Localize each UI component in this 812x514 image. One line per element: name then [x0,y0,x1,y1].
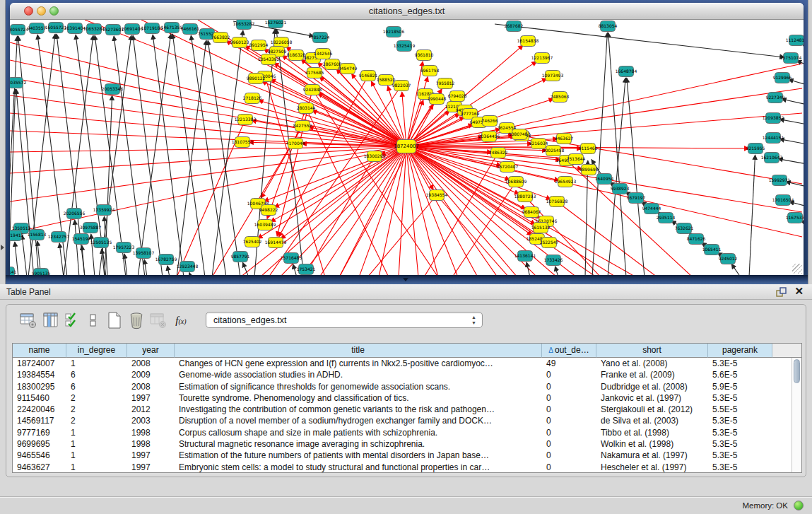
graph-node[interactable]: 10653287 [233,20,255,30]
table-cell[interactable]: Nakamura et al. (1997) [596,450,708,461]
graph-edge[interactable] [731,264,741,275]
graph-node[interactable]: 8912954 [249,40,269,51]
row-height-button[interactable] [84,311,102,329]
graph-node[interactable]: 15992971 [769,175,791,186]
table-cell[interactable]: 1 [66,438,127,450]
graph-edge[interactable] [555,267,558,275]
table-cell[interactable]: 2012 [127,404,175,415]
table-cell[interactable]: 0 [542,404,596,415]
table-cell[interactable]: 2 [66,404,127,415]
delete-table-button[interactable] [127,311,146,329]
graph-node[interactable]: 13325419 [394,41,416,52]
graph-node[interactable]: 2935114 [657,213,676,223]
left-panel-divider[interactable] [0,0,6,284]
graph-edge[interactable] [300,146,406,275]
graph-edge[interactable] [59,243,64,275]
table-cell[interactable]: Investigating the contribution of common… [175,404,542,415]
table-cell[interactable]: 9699695 [13,438,66,450]
table-cell[interactable]: 9115460 [13,392,66,404]
graph-node[interactable]: 13958107 [133,248,155,259]
graph-edge[interactable] [133,35,163,275]
graph-node[interactable]: 12213967 [531,53,553,64]
graph-node[interactable]: 19218506 [383,27,405,37]
graph-node[interactable]: 16154838 [517,36,539,47]
network-canvas[interactable]: 1405572494035571605572120391404106532841… [10,20,804,275]
graph-node[interactable]: 9899695 [579,165,599,175]
table-cell[interactable]: 6 [66,381,127,392]
graph-edge[interactable] [258,146,406,238]
graph-node[interactable]: 17359924 [93,205,115,216]
graph-node[interactable]: 16648784 [616,66,637,77]
graph-edge[interactable] [172,34,205,275]
table-cell[interactable]: 0 [542,462,596,472]
column-header-short[interactable]: short [596,344,708,358]
graph-node[interactable]: 9857791 [231,252,250,262]
table-cell[interactable]: 1 [66,450,127,461]
table-selector-dropdown[interactable]: citations_edges.txt ▲▼ [206,312,483,328]
table-row[interactable]: 1938455462009Genome-wide association stu… [13,369,792,380]
graph-edge[interactable] [452,182,516,275]
table-cell[interactable]: Changes of HCN gene expression and I(f) … [175,358,542,369]
graph-node[interactable]: 15276021 [265,20,287,28]
table-cell[interactable]: 5.9E-5 [708,381,772,392]
graph-node[interactable]: 12505135 [90,238,112,248]
table-row[interactable]: 946554611997Estimation of the future num… [13,450,792,461]
graph-node[interactable]: 7632621 [675,223,694,234]
table-row[interactable]: 946362711997Embryonic stem cells: a mode… [13,462,792,472]
table-row[interactable]: 1456911722003Disruption of a novel membe… [13,415,792,426]
table-cell[interactable]: Franke et al. (2009) [596,369,708,380]
graph-edge[interactable] [437,195,509,275]
function-builder-button[interactable]: f(x) [172,311,190,329]
graph-node[interactable]: 12093852 [763,113,784,124]
graph-node[interactable]: 7625402 [243,237,262,247]
table-cell[interactable]: Structural magnetic resonance image aver… [175,438,542,450]
table-cell[interactable]: 2009 [127,369,175,380]
graph-node[interactable]: 20691406 [122,24,143,35]
create-table-button[interactable] [105,311,124,329]
table-cell[interactable]: Wolkin et al. (1998) [596,438,708,450]
table-cell[interactable]: 22420046 [13,404,66,415]
table-row[interactable]: 969969511998Structural magnetic resonanc… [13,438,792,450]
graph-node[interactable]: 18107551 [232,137,254,148]
graph-node[interactable]: 9227349 [766,93,785,103]
graph-node[interactable]: 1156813 [28,230,47,240]
table-row[interactable]: 1872400712008Changes of HCN gene express… [13,358,792,369]
graph-node[interactable]: 1342546 [314,49,333,59]
graph-node[interactable]: 9403557 [28,23,47,34]
graph-node[interactable]: 1753421 [297,264,316,275]
graph-edge[interactable] [557,201,657,275]
graph-edge[interactable] [22,235,27,275]
table-cell[interactable]: 0 [542,381,596,392]
graph-node[interactable]: 9498222 [259,205,278,216]
graph-node[interactable]: 9463627 [555,134,574,144]
graph-node[interactable]: 17016504 [772,195,794,206]
graph-node[interactable]: 9890122 [247,74,266,84]
graph-node[interactable]: 8427552 [293,121,312,132]
table-cell[interactable]: Estimation of significance thresholds fo… [175,381,542,392]
table-cell[interactable]: 2 [66,415,127,426]
table-cell[interactable]: 6 [66,369,127,380]
table-cell[interactable]: 5.3E-5 [708,427,772,438]
graph-node[interactable]: 10688609 [505,177,527,187]
graph-edge[interactable] [627,78,645,275]
column-header-title[interactable]: title [175,344,542,358]
table-cell[interactable]: Dudbridge et al. (2008) [596,381,708,392]
table-cell[interactable]: Embryonic stem cells: a model to study s… [175,462,542,472]
table-cell[interactable]: 1998 [127,438,175,450]
table-cell[interactable]: 2003 [127,415,175,426]
graph-node[interactable]: 9129966 [773,73,792,83]
table-cell[interactable]: 1 [66,427,127,438]
graph-node[interactable]: 9245012 [719,254,738,264]
table-cell[interactable]: 49 [542,358,596,369]
graph-edge[interactable] [592,33,607,275]
graph-edge[interactable] [212,30,243,275]
table-cell[interactable]: Tibbo et al. (1998) [596,427,708,438]
table-scrollbar[interactable] [792,358,801,472]
graph-node[interactable]: 1933141 [10,267,17,276]
graph-edge[interactable] [82,245,85,275]
table-cell[interactable]: 0 [542,450,596,461]
graph-node[interactable]: 1733426 [544,255,563,266]
table-cell[interactable]: Corpus callosum shape and size in male p… [175,427,542,438]
close-panel-icon[interactable]: ✕ [794,285,804,298]
graph-edge[interactable] [138,34,171,275]
